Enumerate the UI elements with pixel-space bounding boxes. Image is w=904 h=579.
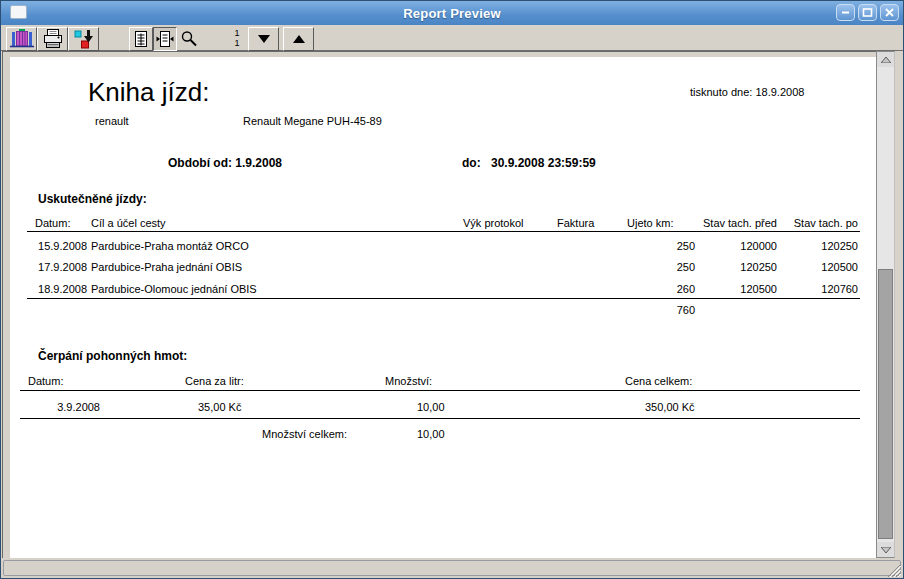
col-faktura: Faktura [557,217,594,229]
scroll-down-button[interactable] [877,542,894,557]
scroll-up-button[interactable] [877,52,894,67]
fuel-date: 3.9.2008 [28,401,100,413]
fuel-total-price: 350,00 Kč [645,401,695,413]
printer-icon [41,29,65,49]
fuel-section-title: Čerpání pohonných hmot: [38,349,187,363]
col-cena-celkem: Cena celkem: [625,375,692,387]
vehicle-code: renault [95,115,129,127]
report-preview-window: Report Preview [0,0,904,579]
title-bar: Report Preview [1,1,903,25]
page-counter: 1 1 [229,28,245,48]
status-message-area [3,560,901,576]
arrow-down-icon [258,35,270,43]
fuel-row: 3.9.2008 35,00 Kč 10,00 350,00 Kč [10,401,876,414]
maximize-button[interactable] [858,4,877,21]
scroll-up-icon [881,57,891,63]
col-tach-pred: Stav tach. před [689,217,777,229]
col-cena-za-litr: Cena za litr: [185,375,244,387]
print-button[interactable] [37,27,68,51]
next-page-button[interactable] [248,27,279,51]
trip-date: 17.9.2008 [30,261,87,273]
col-cil: Cíl a účel cesty [91,217,166,229]
trip-km: 250 [610,240,695,252]
trips-header-rule [27,231,860,232]
table-row: 18.9.2008 Pardubice-Olomouc jednání OBIS… [10,283,876,296]
col-datum: Datum: [35,217,70,229]
trip-date: 18.9.2008 [30,283,87,295]
zoom-button[interactable] [177,27,201,51]
page-counter-current: 1 [229,28,245,38]
vertical-scrollbar[interactable] [876,51,895,558]
period-from-label: Období od: [168,156,232,170]
trip-tach-after: 120250 [770,240,858,252]
fuel-total-label: Množství celkem: [190,428,347,440]
arrow-up-icon [293,35,305,43]
trip-km: 250 [610,261,695,273]
trip-date: 15.9.2008 [30,240,87,252]
table-row: 17.9.2008 Pardubice-Praha jednání OBIS 2… [10,261,876,274]
exit-door-icon [10,29,34,49]
scrollbar-thumb[interactable] [878,269,893,539]
fuel-header-rule [20,390,860,391]
period-from-value: 1.9.2008 [235,156,282,170]
close-button[interactable] [880,4,899,21]
col-ujeto-km: Ujeto km: [627,217,673,229]
report-title: Kniha jízd: [88,77,209,108]
fuel-quantity: 10,00 [417,401,445,413]
exit-button[interactable] [6,27,37,51]
col-vyk-protokol: Výk protokol [463,217,524,229]
trip-tach-before: 120250 [689,261,777,273]
trip-tach-after: 120500 [770,261,858,273]
trip-tach-after: 120760 [770,283,858,295]
fuel-total-row: Množství celkem: 10,00 [10,428,876,441]
magnifier-icon [180,30,198,48]
trips-section-title: Uskutečněné jízdy: [38,192,147,206]
trips-header-row: Datum: Cíl a účel cesty Výk protokol Fak… [10,217,876,230]
close-icon [884,8,895,17]
fuel-price-per-litre: 35,00 Kč [198,401,241,413]
trip-km: 260 [610,283,695,295]
trip-tach-before: 120500 [689,283,777,295]
export-button[interactable] [68,27,99,51]
trip-destination: Pardubice-Praha jednání OBIS [91,261,242,273]
whole-page-button[interactable] [129,27,153,51]
export-icon [72,29,96,49]
report-page: Kniha jízd: tisknuto dne: 18.9.2008 rena… [10,57,876,558]
maximize-icon [862,8,873,17]
trips-total-row: 760 [10,304,876,317]
scroll-down-icon [881,547,891,553]
status-bar [1,558,903,578]
resize-grip-icon [887,564,901,577]
period-from: Období od: 1.9.2008 [168,156,282,170]
trip-tach-before: 120000 [689,240,777,252]
fit-width-button[interactable] [153,27,177,51]
fuel-header-row: Datum: Cena za litr: Množství: Cena celk… [10,375,876,388]
fuel-total-rule [20,418,860,419]
preview-viewport: Kniha jízd: tisknuto dne: 18.9.2008 rena… [2,51,876,558]
window-title: Report Preview [1,6,903,21]
col-fuel-datum: Datum: [28,375,63,387]
minimize-icon [840,8,851,17]
table-row: 15.9.2008 Pardubice-Praha montáž ORCO 25… [10,240,876,253]
page-fit-width-icon [156,30,174,48]
window-controls [836,4,899,21]
printed-date: tisknuto dne: 18.9.2008 [690,86,804,98]
resize-grip[interactable] [887,563,901,576]
toolbar: 1 1 [1,25,903,51]
col-mnozstvi: Množství: [385,375,432,387]
trips-total-rule [27,298,860,299]
fuel-total-quantity: 10,00 [417,428,445,440]
prev-page-button[interactable] [283,27,314,51]
page-icon [133,30,149,48]
trip-destination: Pardubice-Praha montáž ORCO [91,240,249,252]
vehicle-name: Renault Megane PUH-45-89 [243,115,382,127]
page-counter-total: 1 [229,38,245,48]
period-to-label: do: [462,156,481,170]
col-tach-po: Stav tach. po [770,217,858,229]
trip-destination: Pardubice-Olomouc jednání OBIS [91,283,257,295]
period-to-value: 30.9.2008 23:59:59 [491,156,596,170]
trips-total-km: 760 [610,304,695,316]
minimize-button[interactable] [836,4,855,21]
